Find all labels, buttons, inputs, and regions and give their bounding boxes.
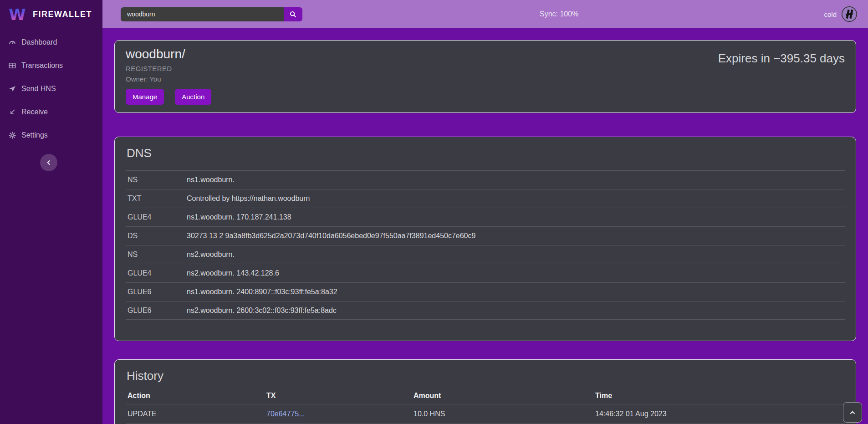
dns-section-title: DNS bbox=[126, 143, 845, 160]
sidebar-item-receive[interactable]: Receive bbox=[0, 102, 102, 123]
dns-record-type: GLUE4 bbox=[126, 269, 187, 277]
dns-record-value: ns1.woodburn. 2400:8907::f03c:93ff:fe5a:… bbox=[187, 288, 845, 296]
dns-record-row: TXT Controlled by https://nathan.woodbur… bbox=[126, 189, 845, 208]
dns-record-value: ns1.woodburn. bbox=[187, 176, 845, 184]
sidebar-item-label: Transactions bbox=[21, 61, 63, 70]
domain-expiry: Expires in ~395.35 days bbox=[718, 51, 845, 106]
search-button[interactable] bbox=[284, 7, 302, 21]
table-icon bbox=[8, 61, 16, 70]
dns-record-row: DS 30273 13 2 9a3a8fb3d625d2a2073d740f10… bbox=[126, 226, 845, 245]
history-col-amount: Amount bbox=[412, 392, 593, 400]
dns-record-value: Controlled by https://nathan.woodburn bbox=[187, 194, 845, 203]
brand-name: FIREWALLET bbox=[33, 10, 92, 19]
dns-table: NS ns1.woodburn. TXT Controlled by https… bbox=[126, 170, 845, 320]
svg-text:W: W bbox=[9, 6, 26, 23]
dns-record-value: ns1.woodburn. 170.187.241.138 bbox=[187, 213, 845, 221]
dns-record-row: NS ns1.woodburn. bbox=[126, 170, 845, 189]
wallet-name: cold bbox=[824, 10, 837, 18]
domain-card: woodburn/ REGISTERED Owner: You Manage A… bbox=[114, 40, 856, 113]
manage-button[interactable]: Manage bbox=[126, 89, 164, 105]
gear-icon bbox=[8, 131, 16, 139]
sidebar-item-send-hns[interactable]: Send HNS bbox=[0, 78, 102, 99]
wallet-indicator[interactable]: cold bbox=[824, 5, 858, 23]
dns-record-row: GLUE6 ns2.woodburn. 2600:3c02::f03c:93ff… bbox=[126, 301, 845, 320]
history-col-tx: TX bbox=[265, 392, 412, 400]
domain-info: woodburn/ REGISTERED Owner: You Manage A… bbox=[126, 47, 211, 106]
chevron-up-icon bbox=[849, 409, 856, 416]
scroll-to-top-button[interactable] bbox=[843, 402, 862, 423]
history-col-time: Time bbox=[593, 392, 845, 400]
dns-record-value: ns2.woodburn. 143.42.128.6 bbox=[187, 269, 845, 277]
gauge-icon bbox=[8, 38, 16, 46]
auction-button[interactable]: Auction bbox=[175, 89, 211, 105]
sidebar-item-label: Dashboard bbox=[21, 38, 57, 46]
history-table: Action TX Amount Time UPDATE 70e64775...… bbox=[126, 388, 845, 424]
dns-record-type: NS bbox=[126, 250, 187, 259]
sidebar: W FIREWALLET Dashboard Transactions Send… bbox=[0, 0, 102, 424]
main-content: woodburn/ REGISTERED Owner: You Manage A… bbox=[102, 28, 868, 424]
handshake-hns-logo-icon bbox=[841, 5, 858, 23]
sidebar-item-label: Send HNS bbox=[21, 85, 56, 93]
sidebar-nav: Dashboard Transactions Send HNS Receive … bbox=[0, 28, 102, 146]
dns-record-value: 30273 13 2 9a3a8fb3d625d2a2073d740f10da6… bbox=[187, 232, 845, 240]
domain-owner: Owner: You bbox=[126, 75, 211, 83]
tx-link[interactable]: 70e64775... bbox=[266, 410, 305, 418]
history-header-row: Action TX Amount Time bbox=[126, 388, 845, 404]
sidebar-item-label: Settings bbox=[21, 131, 48, 139]
sidebar-item-transactions[interactable]: Transactions bbox=[0, 55, 102, 76]
history-row: UPDATE 70e64775... 10.0 HNS 14:46:32 01 … bbox=[126, 404, 845, 423]
dns-record-value: ns2.woodburn. 2600:3c02::f03c:93ff:fe5a:… bbox=[187, 307, 845, 315]
brand: W FIREWALLET bbox=[0, 0, 102, 28]
magnifier-icon bbox=[289, 10, 297, 18]
arrow-down-left-icon bbox=[8, 108, 16, 116]
sync-status: Sync: 100% bbox=[540, 10, 578, 18]
dns-record-type: TXT bbox=[126, 194, 187, 203]
sidebar-collapse-button[interactable] bbox=[40, 154, 57, 171]
dns-record-type: DS bbox=[126, 232, 187, 240]
dns-record-value: ns2.woodburn. bbox=[187, 250, 845, 259]
dns-record-type: GLUE6 bbox=[126, 307, 187, 315]
topbar: Sync: 100% cold bbox=[102, 0, 868, 28]
dns-card: DNS NS ns1.woodburn. TXT Controlled by h… bbox=[114, 137, 856, 341]
domain-actions: Manage Auction bbox=[126, 89, 211, 105]
sidebar-item-dashboard[interactable]: Dashboard bbox=[0, 32, 102, 53]
domain-status: REGISTERED bbox=[126, 65, 211, 72]
dns-record-type: GLUE4 bbox=[126, 213, 187, 221]
dns-record-row: GLUE6 ns1.woodburn. 2400:8907::f03c:93ff… bbox=[126, 282, 845, 301]
history-time: 14:46:32 01 Aug 2023 bbox=[593, 410, 845, 418]
dns-record-type: GLUE6 bbox=[126, 288, 187, 296]
sidebar-item-label: Receive bbox=[21, 108, 48, 116]
chevron-left-icon bbox=[45, 159, 52, 166]
history-section-title: History bbox=[126, 366, 845, 383]
paper-plane-icon bbox=[8, 85, 16, 93]
domain-name-title: woodburn/ bbox=[126, 47, 211, 61]
history-card: History Action TX Amount Time UPDATE 70e… bbox=[114, 359, 856, 424]
history-col-action: Action bbox=[126, 392, 265, 400]
firewallet-logo-icon: W bbox=[7, 5, 27, 23]
history-action: UPDATE bbox=[126, 410, 265, 418]
dns-record-type: NS bbox=[126, 176, 187, 184]
search-box bbox=[121, 7, 302, 21]
search-input[interactable] bbox=[121, 7, 284, 21]
dns-record-row: NS ns2.woodburn. bbox=[126, 245, 845, 264]
dns-record-row: GLUE4 ns1.woodburn. 170.187.241.138 bbox=[126, 208, 845, 226]
sidebar-item-settings[interactable]: Settings bbox=[0, 125, 102, 146]
history-amount: 10.0 HNS bbox=[412, 410, 593, 418]
dns-record-row: GLUE4 ns2.woodburn. 143.42.128.6 bbox=[126, 264, 845, 282]
